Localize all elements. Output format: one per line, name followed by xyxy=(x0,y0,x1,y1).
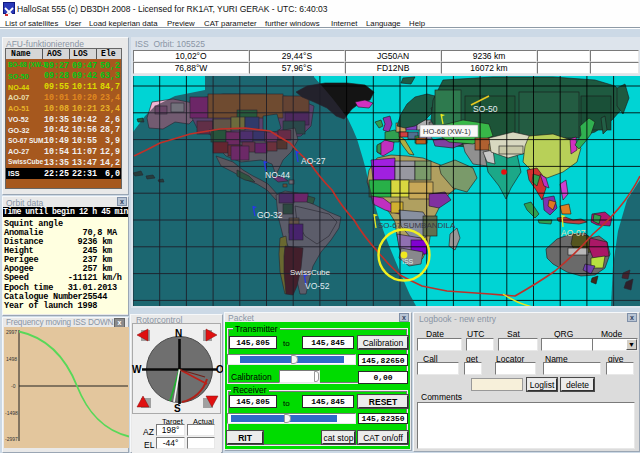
svg-text:ISS: ISS xyxy=(402,258,414,265)
svg-text:AO-07: AO-07 xyxy=(561,228,586,238)
svg-text:SwissCube: SwissCube xyxy=(290,268,331,277)
svg-text:SO-50: SO-50 xyxy=(473,104,498,114)
svg-text:AO-27: AO-27 xyxy=(301,156,326,166)
svg-text:-2997: -2997 xyxy=(5,436,18,442)
svg-text:HO-68 (XW-1): HO-68 (XW-1) xyxy=(423,127,471,136)
svg-text:SO-67 SUMBANDILA: SO-67 SUMBANDILA xyxy=(378,221,456,230)
svg-text:NO-44: NO-44 xyxy=(265,170,290,180)
svg-text:S: S xyxy=(174,403,181,414)
svg-text:1498: 1498 xyxy=(6,356,17,362)
svg-text:N: N xyxy=(175,328,182,339)
svg-text:W: W xyxy=(132,364,142,375)
svg-text:-0: -0 xyxy=(11,383,16,389)
svg-text:O: O xyxy=(216,364,223,375)
svg-text:-1498: -1498 xyxy=(5,410,18,416)
svg-text:2997: 2997 xyxy=(6,329,17,335)
svg-text:GO-32: GO-32 xyxy=(257,210,283,220)
svg-text:VO-52: VO-52 xyxy=(305,281,330,291)
